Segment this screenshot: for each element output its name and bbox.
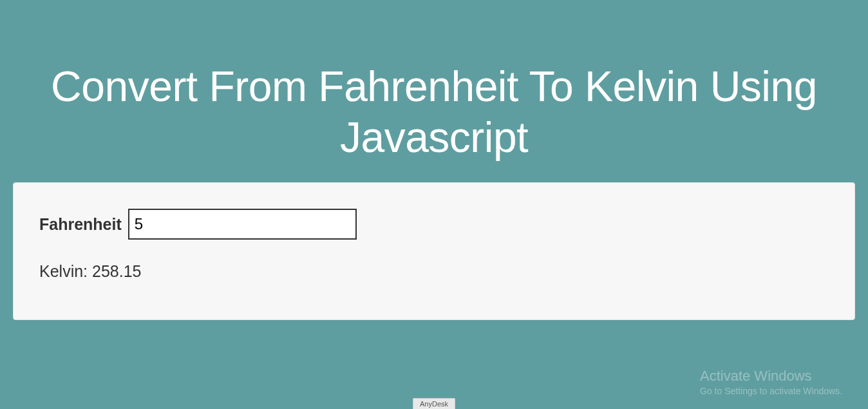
result-value: 258.15 (92, 262, 141, 280)
page-title: Convert From Fahrenheit To Kelvin Using … (0, 0, 868, 163)
windows-watermark: Activate Windows Go to Settings to activ… (700, 368, 842, 396)
result-prefix: Kelvin: (39, 262, 92, 280)
converter-card: Fahrenheit Kelvin: 258.15 (13, 182, 855, 320)
anydesk-tab[interactable]: AnyDesk (413, 398, 455, 409)
fahrenheit-label: Fahrenheit (39, 215, 122, 234)
watermark-title: Activate Windows (700, 368, 842, 385)
kelvin-result: Kelvin: 258.15 (39, 262, 829, 281)
input-row: Fahrenheit (39, 209, 829, 240)
fahrenheit-input[interactable] (128, 209, 357, 240)
watermark-subtitle: Go to Settings to activate Windows. (700, 386, 842, 396)
